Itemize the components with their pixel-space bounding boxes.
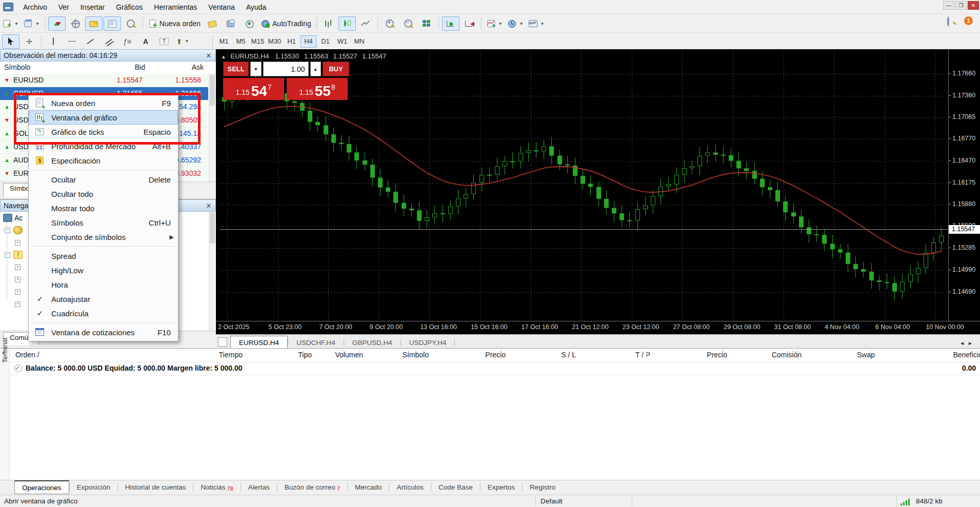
line-chart-button[interactable] bbox=[357, 16, 374, 31]
menu-ventana[interactable]: Ventana bbox=[203, 1, 240, 13]
menu-item-mostrar-todo[interactable]: Mostrar todo bbox=[29, 201, 178, 215]
candlestick-button[interactable] bbox=[338, 16, 356, 31]
menu-item-profundidad-de-mercado[interactable]: Profundidad de MercadoAlt+B bbox=[29, 139, 178, 153]
timeframe-h4[interactable]: H4 bbox=[301, 35, 316, 48]
date-axis[interactable]: 2 Oct 20255 Oct 23:007 Oct 20:009 Oct 20… bbox=[216, 321, 980, 333]
data-window-button[interactable] bbox=[67, 16, 84, 31]
timeframe-m15[interactable]: M15 bbox=[250, 35, 266, 48]
new-order-button[interactable]: + Nueva orden bbox=[146, 16, 203, 31]
menu-herramientas[interactable]: Herramientas bbox=[148, 1, 203, 13]
timeframe-w1[interactable]: W1 bbox=[334, 35, 350, 48]
chart-shift-button[interactable] bbox=[461, 16, 478, 31]
column-swap[interactable]: Swap bbox=[857, 351, 875, 359]
menu-item-high-low[interactable]: High/Low bbox=[29, 263, 178, 277]
horizontal-line-tool[interactable] bbox=[63, 34, 81, 49]
crosshair-tool[interactable]: ✛ bbox=[21, 34, 38, 49]
vertical-line-tool[interactable] bbox=[45, 34, 62, 49]
menu-item-conjunto-de-s-mbolos[interactable]: Conjunto de símbolos▶ bbox=[29, 230, 178, 244]
chart-tab-usdjpy-h4[interactable]: USDJPY,H4 bbox=[401, 336, 455, 349]
tab-art-culos[interactable]: Artículos bbox=[389, 481, 431, 493]
column-beneficios[interactable]: Beneficios bbox=[953, 351, 980, 359]
community-button[interactable] bbox=[241, 16, 258, 31]
label-tool[interactable]: T bbox=[155, 34, 173, 49]
buy-price-button[interactable]: 1.15 55 8 bbox=[287, 78, 348, 100]
statusbar-profile[interactable]: Default bbox=[541, 497, 563, 505]
timeframe-m5[interactable]: M5 bbox=[233, 35, 249, 48]
new-chart-button[interactable]: + ▼ bbox=[1, 16, 21, 31]
tab-registro[interactable]: Registro bbox=[523, 481, 563, 493]
menu-item-ventana-de-cotizaciones[interactable]: Ventana de cotizacionesF10 bbox=[29, 325, 178, 339]
tab-expertos[interactable]: Expertos bbox=[481, 481, 522, 493]
menu-item-ventana-del-gr-fico[interactable]: +Ventana del gráfico bbox=[29, 110, 178, 125]
notifications-badge[interactable]: 1 bbox=[964, 16, 973, 25]
tab-exposici-n[interactable]: Exposición bbox=[70, 481, 117, 493]
menu-gráficos[interactable]: Gráficos bbox=[110, 1, 148, 13]
volume-down-stepper[interactable]: ▼ bbox=[250, 62, 261, 76]
market-watch-row[interactable]: ▼EURUSD1.155471.15558 bbox=[0, 74, 208, 87]
chart-tab-eurusd-h4[interactable]: EURUSD,H4 bbox=[230, 336, 288, 349]
menu-item-spread[interactable]: Spread bbox=[29, 249, 178, 263]
menu-item-nueva-orden[interactable]: +Nueva ordenF9 bbox=[29, 96, 178, 110]
fibonacci-tool[interactable]: ƒ≡ bbox=[118, 34, 136, 49]
chart-window[interactable]: ▲ EURUSD,H4 1.15530 1.15563 1.15527 1.15… bbox=[216, 49, 980, 334]
tab-alertas[interactable]: Alertas bbox=[241, 481, 277, 493]
menu-item-s-mbolos[interactable]: SímbolosCtrl+U bbox=[29, 215, 178, 230]
column-tiempo[interactable]: Tiempo bbox=[219, 351, 243, 359]
column-bid[interactable]: Bid bbox=[135, 63, 145, 71]
collapse-marker-icon[interactable]: ▲ bbox=[221, 54, 226, 59]
menu-item-gr-fico-de-ticks[interactable]: Gráfico de ticksEspacio bbox=[29, 125, 178, 139]
buy-button[interactable]: BUY bbox=[323, 62, 349, 76]
channel-tool[interactable] bbox=[100, 34, 117, 49]
close-icon[interactable]: ✕ bbox=[968, 1, 979, 10]
navigator-toggle[interactable]: ★ bbox=[85, 16, 103, 31]
profiles-button[interactable]: ▼ bbox=[22, 16, 42, 31]
collapse-expander-icon[interactable]: − bbox=[5, 252, 10, 258]
tab-mercado[interactable]: Mercado bbox=[348, 481, 389, 493]
market-watch-scrollbar[interactable] bbox=[209, 74, 215, 181]
expand-icon[interactable]: + bbox=[15, 277, 21, 282]
expand-icon[interactable]: + bbox=[15, 289, 21, 295]
chart-tab-gbpusd-h4[interactable]: GBPUSD,H4 bbox=[344, 336, 401, 349]
menu-ayuda[interactable]: Ayuda bbox=[241, 1, 272, 13]
bar-chart-button[interactable] bbox=[320, 16, 337, 31]
periods-button[interactable]: ▼ bbox=[506, 16, 526, 31]
timeframe-d1[interactable]: D1 bbox=[317, 35, 333, 48]
close-icon[interactable]: ✕ bbox=[205, 52, 212, 59]
arrows-tool[interactable]: ⬆▼ bbox=[174, 34, 191, 49]
timeframe-h1[interactable]: H1 bbox=[284, 35, 299, 48]
tab-scroll-arrows[interactable]: ◄► bbox=[959, 340, 976, 346]
column-t-p[interactable]: T / P bbox=[635, 351, 650, 359]
collapse-expander-icon[interactable]: − bbox=[5, 228, 10, 233]
navigator-scrollbar[interactable] bbox=[209, 212, 215, 331]
column-precio[interactable]: Precio bbox=[707, 351, 727, 359]
menu-insertar[interactable]: Insertar bbox=[75, 1, 110, 13]
tab-operaciones[interactable]: Operaciones bbox=[14, 480, 69, 494]
menu-ver[interactable]: Ver bbox=[53, 1, 75, 13]
expand-icon[interactable]: + bbox=[15, 265, 21, 270]
strategy-tester-button[interactable] bbox=[122, 16, 139, 31]
menu-item-ocultar[interactable]: OcultarDelete bbox=[29, 172, 178, 187]
menu-item-ocultar-todo[interactable]: Ocultar todo bbox=[29, 187, 178, 201]
restore-icon[interactable]: ❐ bbox=[955, 1, 967, 10]
chart-list-icon[interactable] bbox=[218, 337, 227, 347]
menu-archivo[interactable]: Archivo bbox=[17, 1, 53, 13]
timeframe-m30[interactable]: M30 bbox=[267, 35, 283, 48]
price-scale[interactable]: 1.176601.173601.170651.167701.164701.161… bbox=[948, 49, 980, 321]
column-s-l[interactable]: S / L bbox=[561, 351, 576, 359]
sell-price-button[interactable]: 1.15 54 7 bbox=[223, 78, 284, 100]
indicators-button[interactable]: +▼ bbox=[485, 16, 505, 31]
column-symbol[interactable]: Símbolo bbox=[4, 63, 30, 71]
chart-tab-usdchf-h4[interactable]: USDCHF,H4 bbox=[288, 336, 344, 349]
column-tipo[interactable]: Tipo bbox=[298, 351, 312, 359]
search-icon[interactable] bbox=[947, 17, 949, 26]
metaeditor-button[interactable] bbox=[204, 16, 221, 31]
timeframe-mn[interactable]: MN bbox=[351, 35, 367, 48]
text-tool[interactable]: A bbox=[137, 34, 154, 49]
menu-item-autoajustar[interactable]: ✓Autoajustar bbox=[29, 292, 178, 306]
expand-icon[interactable]: + bbox=[15, 240, 21, 246]
market-watch-toggle[interactable] bbox=[48, 16, 66, 31]
zoom-in-button[interactable]: + bbox=[381, 16, 398, 31]
tab-historial-de-cuentas[interactable]: Historial de cuentas bbox=[118, 481, 193, 493]
column-ask[interactable]: Ask bbox=[192, 63, 204, 71]
autotrading-button[interactable]: AutoTrading bbox=[259, 16, 313, 31]
